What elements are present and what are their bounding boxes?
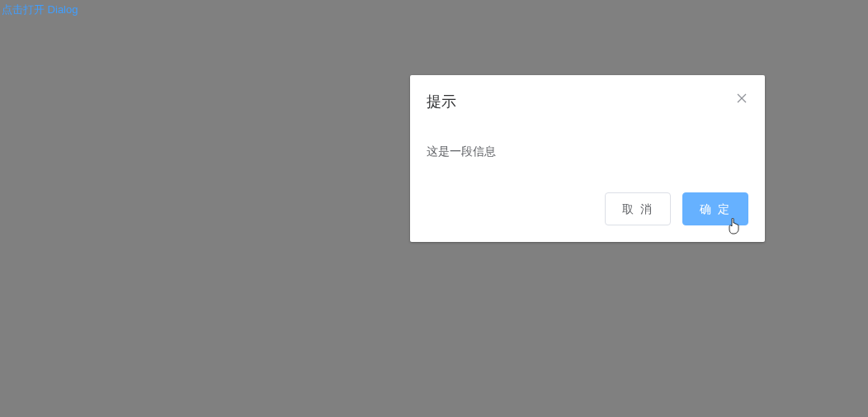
dialog-body: 这是一段信息 bbox=[410, 120, 765, 184]
dialog-footer: 取 消 确 定 bbox=[410, 184, 765, 242]
dialog-header: 提示 bbox=[410, 75, 765, 120]
close-button[interactable] bbox=[735, 92, 748, 105]
close-icon bbox=[737, 93, 747, 103]
cursor-pointer-icon bbox=[728, 218, 741, 235]
dialog-title: 提示 bbox=[427, 93, 456, 110]
dialog: 提示 这是一段信息 取 消 确 定 bbox=[410, 75, 765, 242]
cancel-button[interactable]: 取 消 bbox=[605, 192, 671, 225]
confirm-button[interactable]: 确 定 bbox=[682, 192, 748, 225]
